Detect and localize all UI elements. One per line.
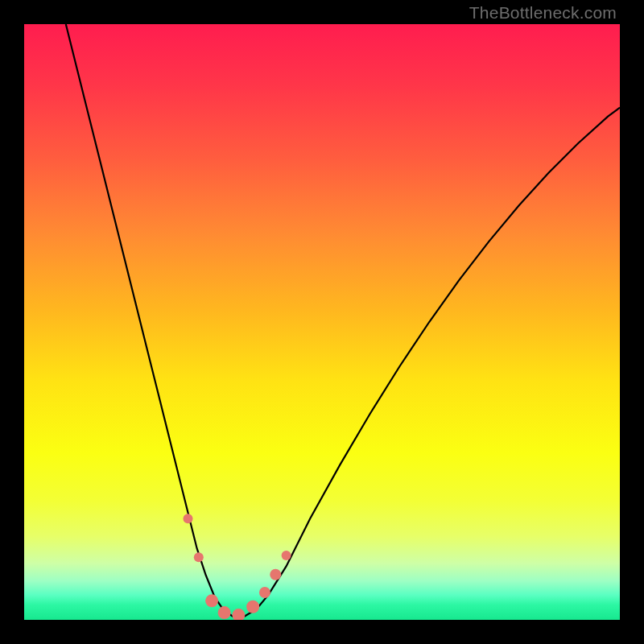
curve-marker <box>194 552 204 562</box>
plot-area <box>24 24 620 620</box>
plot-svg <box>24 24 620 620</box>
curve-marker <box>270 569 281 580</box>
curve-marker <box>282 551 291 560</box>
gradient-background <box>24 24 620 620</box>
curve-marker <box>246 601 259 613</box>
curve-marker <box>205 594 218 607</box>
chart-frame: TheBottleneck.com <box>0 0 644 644</box>
watermark-text: TheBottleneck.com <box>469 3 617 23</box>
curve-marker <box>259 587 270 598</box>
curve-marker <box>218 606 231 619</box>
curve-marker <box>184 514 193 523</box>
